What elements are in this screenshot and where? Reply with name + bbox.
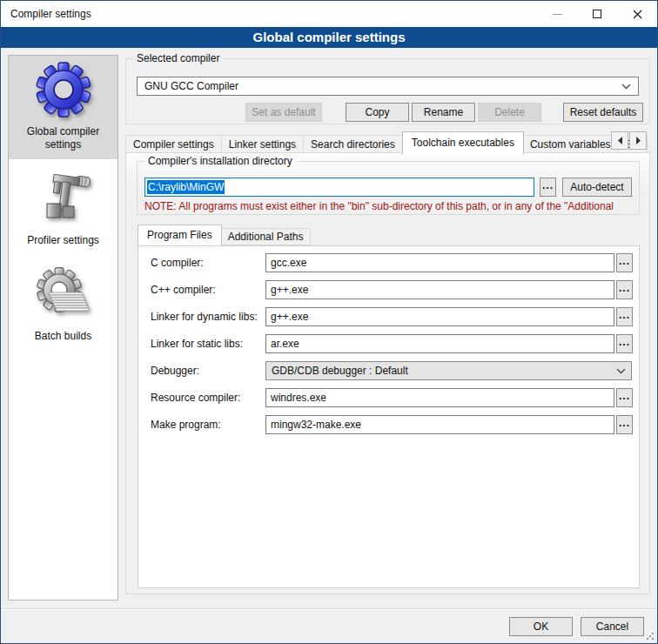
resource-compiler-input[interactable]: windres.exe: [265, 388, 614, 407]
installation-directory-input[interactable]: C:\raylib\MinGW: [144, 178, 534, 197]
close-icon: [633, 10, 642, 19]
field-row-resource-compiler: Resource compiler: windres.exe ...: [138, 388, 639, 407]
tab-compiler-settings[interactable]: Compiler settings: [125, 135, 222, 153]
field-row-dynamic-linker: Linker for dynamic libs: g++.exe ...: [138, 307, 639, 326]
page-title: Global compiler settings: [1, 27, 657, 48]
cpp-compiler-input[interactable]: g++.exe: [265, 280, 614, 299]
cancel-button[interactable]: Cancel: [581, 617, 644, 636]
titlebar[interactable]: Compiler settings: [1, 1, 657, 27]
field-label: C++ compiler:: [151, 280, 216, 299]
field-row-make-program: Make program: mingw32-make.exe ...: [138, 415, 639, 434]
toolchain-subtabs: Program Files Additional Paths: [138, 225, 311, 245]
field-label: Linker for dynamic libs:: [151, 307, 258, 326]
resource-compiler-browse-button[interactable]: ...: [616, 388, 633, 407]
auto-detect-button[interactable]: Auto-detect: [562, 178, 632, 197]
field-label: Make program:: [151, 415, 221, 434]
sidebar-item-global-compiler-settings[interactable]: Global compiler settings: [9, 56, 118, 159]
group-legend: Selected compiler: [133, 52, 223, 65]
dynamic-linker-input[interactable]: g++.exe: [265, 307, 614, 326]
tab-toolchain-executables[interactable]: Toolchain executables: [402, 131, 524, 154]
settings-tabstrip: Compiler settings Linker settings Search…: [125, 131, 652, 153]
delete-button[interactable]: Delete: [478, 103, 541, 122]
field-row-cpp-compiler: C++ compiler: g++.exe ...: [138, 280, 639, 299]
static-linker-browse-button[interactable]: ...: [616, 334, 633, 353]
sidebar-item-profiler-settings[interactable]: Profiler settings: [9, 164, 118, 255]
compiler-settings-dialog: Compiler settings Global compiler settin…: [0, 0, 658, 644]
footer-divider: [1, 608, 657, 610]
field-label: C compiler:: [151, 253, 204, 272]
blue-gear-icon: [36, 62, 91, 117]
tab-additional-paths[interactable]: Additional Paths: [221, 228, 312, 245]
copy-button[interactable]: Copy: [346, 103, 409, 122]
make-program-browse-button[interactable]: ...: [616, 415, 633, 434]
toolchain-executables-panel: Compiler's installation directory C:\ray…: [125, 152, 650, 594]
static-linker-input[interactable]: ar.exe: [265, 334, 614, 353]
field-label: Resource compiler:: [151, 388, 240, 407]
group-legend: Compiler's installation directory: [144, 155, 296, 168]
c-compiler-input[interactable]: gcc.exe: [265, 253, 614, 272]
window-title: Compiler settings: [10, 1, 91, 27]
close-button[interactable]: [617, 1, 657, 27]
tab-program-files[interactable]: Program Files: [138, 225, 222, 245]
minimize-icon: [553, 14, 562, 15]
arrow-left-icon: [617, 137, 623, 144]
bin-subdirectory-note: NOTE: All programs must exist either in …: [144, 200, 638, 212]
installation-directory-group: Compiler's installation directory C:\ray…: [137, 161, 640, 215]
c-compiler-browse-button[interactable]: ...: [616, 253, 633, 272]
dialog-body: Global compiler settings: [1, 48, 657, 643]
ok-button[interactable]: OK: [509, 617, 573, 636]
dynamic-linker-browse-button[interactable]: ...: [616, 307, 633, 326]
chevron-down-icon: [621, 84, 631, 90]
cpp-compiler-browse-button[interactable]: ...: [616, 280, 633, 299]
maximize-button[interactable]: [577, 1, 617, 27]
field-row-static-linker: Linker for static libs: ar.exe ...: [138, 334, 639, 353]
tab-scroll-right-button[interactable]: [629, 131, 647, 150]
reset-defaults-button[interactable]: Reset defaults: [563, 103, 643, 122]
maximize-icon: [593, 10, 601, 18]
make-program-input[interactable]: mingw32-make.exe: [265, 415, 614, 434]
field-row-c-compiler: C compiler: gcc.exe ...: [138, 253, 639, 272]
browse-directory-button[interactable]: ...: [540, 178, 556, 197]
tab-custom-variables[interactable]: Custom variables: [523, 135, 619, 153]
sidebar-item-batch-builds[interactable]: Batch builds: [9, 260, 118, 351]
caliper-icon: [36, 171, 91, 226]
tab-search-directories[interactable]: Search directories: [304, 135, 403, 153]
rename-button[interactable]: Rename: [412, 103, 475, 122]
tab-linker-settings[interactable]: Linker settings: [222, 135, 304, 153]
batch-builds-icon: [36, 266, 91, 322]
settings-category-list: Global compiler settings: [8, 55, 118, 600]
resize-grip[interactable]: [646, 632, 655, 641]
compiler-select[interactable]: GNU GCC Compiler: [137, 77, 639, 96]
program-files-panel: C compiler: gcc.exe ... C++ compiler: g+…: [138, 245, 640, 588]
arrow-right-icon: [635, 137, 641, 144]
minimize-button[interactable]: [537, 1, 577, 27]
selected-compiler-group: Selected compiler GNU GCC Compiler Set a…: [125, 58, 650, 124]
selected-path-text: C:\raylib\MinGW: [147, 180, 225, 194]
field-row-debugger: Debugger: GDB/CDB debugger : Default: [138, 361, 639, 380]
field-label: Debugger:: [151, 361, 199, 380]
sidebar-item-label: Profiler settings: [27, 234, 99, 247]
set-as-default-button[interactable]: Set as default: [245, 103, 322, 122]
tab-scroll-left-button[interactable]: [611, 131, 628, 150]
chevron-down-icon: [616, 368, 626, 374]
sidebar-item-label: Batch builds: [35, 330, 91, 343]
sidebar-item-label: Global compiler settings: [27, 125, 99, 151]
debugger-select[interactable]: GDB/CDB debugger : Default: [265, 361, 632, 380]
field-label: Linker for static libs:: [151, 334, 243, 353]
